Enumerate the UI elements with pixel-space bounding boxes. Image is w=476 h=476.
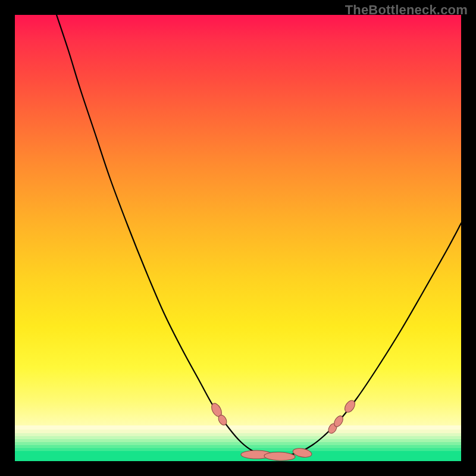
green-band (15, 451, 461, 461)
chart-frame: TheBottleneck.com (0, 0, 476, 476)
plot-area (15, 15, 461, 461)
background-gradient-upper (15, 15, 461, 425)
green-band (15, 425, 461, 430)
watermark-text: TheBottleneck.com (345, 2, 468, 18)
